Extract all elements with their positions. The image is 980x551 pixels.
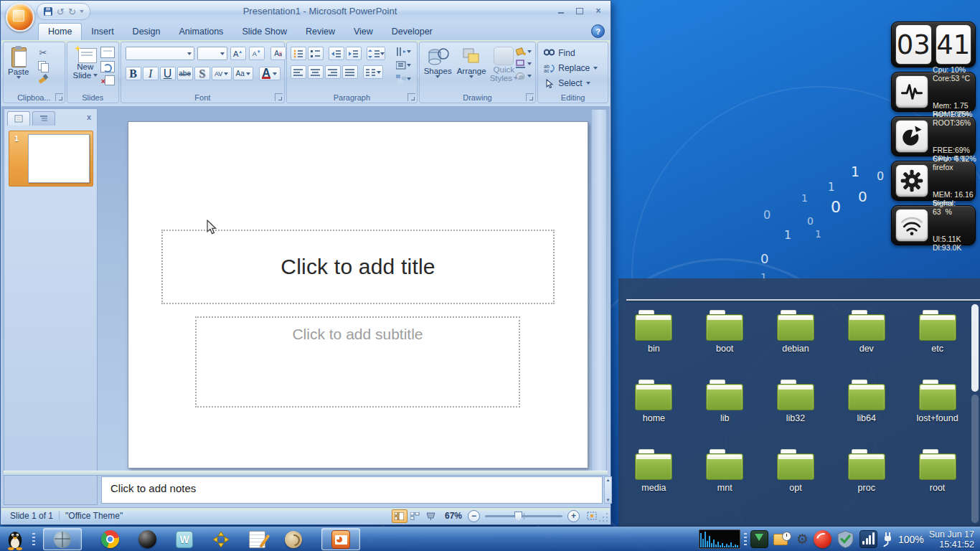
tray-settings-gear-icon[interactable]: ⚙ — [796, 532, 809, 546]
zoom-in-button[interactable]: + — [567, 510, 580, 522]
strikethrough-button[interactable]: abe — [177, 67, 193, 80]
line-spacing-icon[interactable] — [367, 47, 385, 60]
font-dialog-launcher-icon[interactable] — [275, 93, 283, 101]
smartart-icon[interactable] — [395, 73, 413, 85]
start-menu-tux-icon[interactable] — [4, 529, 26, 550]
notes-app-icon[interactable] — [249, 531, 265, 548]
slideshow-button[interactable] — [423, 509, 439, 523]
quick-styles-button[interactable]: Quick Styles — [490, 47, 518, 83]
tab-insert[interactable]: Insert — [82, 24, 123, 40]
clipboard-dialog-launcher-icon[interactable] — [55, 93, 63, 101]
launcher-file-manager[interactable] — [43, 528, 82, 550]
grow-font-icon[interactable]: A▲ — [230, 47, 246, 60]
bullets-icon[interactable] — [291, 47, 306, 60]
title-placeholder[interactable]: Click to add title — [161, 230, 555, 304]
taskbar-clock[interactable]: Sun Jun 17 15:41:52 — [929, 529, 976, 550]
fit-to-window-button[interactable] — [584, 509, 600, 523]
shape-fill-icon[interactable] — [516, 47, 532, 56]
scrollbar-track[interactable] — [971, 395, 979, 523]
clear-formatting-icon[interactable]: Aa — [270, 47, 286, 60]
save-icon[interactable] — [43, 6, 53, 17]
tab-slide-show[interactable]: Slide Show — [232, 24, 296, 40]
scroll-up-icon[interactable]: ▲ — [605, 477, 611, 483]
office-button[interactable] — [6, 3, 34, 32]
extract-arrows-icon[interactable] — [212, 531, 230, 548]
taskbar-powerpoint-task[interactable] — [321, 528, 360, 550]
slides-tab[interactable] — [7, 111, 30, 126]
justify-icon[interactable] — [342, 65, 358, 79]
tab-home[interactable]: Home — [38, 23, 82, 40]
tab-review[interactable]: Review — [296, 24, 344, 40]
shape-effects-icon[interactable] — [516, 72, 532, 80]
tab-developer[interactable]: Developer — [382, 24, 442, 40]
word-processor-icon[interactable]: W — [176, 531, 193, 548]
close-pane-icon[interactable]: x — [87, 111, 94, 126]
find-button[interactable]: Find — [544, 48, 598, 58]
chrome-icon[interactable] — [101, 530, 119, 548]
layout-icon[interactable] — [100, 47, 115, 58]
folder-item[interactable]: bin — [619, 310, 688, 354]
shell-app-icon[interactable] — [285, 531, 302, 548]
tray-red-swirl-icon[interactable] — [814, 530, 831, 548]
align-text-icon[interactable] — [395, 60, 413, 71]
launcher-handle[interactable] — [32, 533, 35, 546]
copy-icon[interactable] — [37, 61, 50, 71]
cut-icon[interactable]: ✂ — [37, 47, 50, 58]
new-slide-button[interactable]: New Slide — [70, 45, 100, 80]
shape-outline-icon[interactable] — [516, 60, 532, 68]
zoom-out-button[interactable]: − — [468, 510, 480, 522]
folder-item[interactable]: etc — [903, 310, 972, 354]
italic-button[interactable]: I — [143, 67, 159, 80]
font-name-combo[interactable] — [126, 47, 194, 60]
replace-button[interactable]: abac Replace — [544, 63, 598, 73]
select-button[interactable]: Select — [544, 78, 598, 88]
font-color-button[interactable]: A — [259, 67, 281, 80]
shrink-font-icon[interactable]: A▼ — [249, 47, 265, 60]
maximize-button[interactable] — [572, 6, 588, 17]
folder-item[interactable]: lib32 — [761, 380, 830, 423]
folder-item[interactable]: lib64 — [832, 380, 901, 423]
folder-item[interactable]: opt — [761, 449, 830, 493]
tray-handle[interactable] — [744, 533, 747, 546]
folder-item[interactable]: home — [619, 380, 688, 423]
delete-slide-icon[interactable]: × — [101, 75, 114, 85]
folder-item[interactable]: media — [619, 449, 688, 493]
tray-power-plug-icon[interactable] — [882, 532, 893, 547]
tab-view[interactable]: View — [344, 24, 382, 40]
scroll-down-icon[interactable]: ▼ — [605, 497, 611, 503]
increase-indent-icon[interactable] — [346, 47, 362, 60]
numbering-icon[interactable] — [308, 47, 324, 60]
tray-download-icon[interactable] — [750, 530, 768, 548]
align-left-icon[interactable] — [291, 65, 306, 79]
arrange-button[interactable]: Arrange — [457, 47, 486, 78]
paragraph-dialog-launcher-icon[interactable] — [407, 93, 415, 101]
undo-icon[interactable]: ↺ — [57, 7, 65, 17]
tab-animations[interactable]: Animations — [170, 24, 233, 40]
shapes-button[interactable]: Shapes — [424, 47, 452, 78]
title-bar[interactable]: ↺ ↻ Presentation1 - Microsoft PowerPoint… — [1, 1, 611, 22]
bold-button[interactable]: B — [126, 67, 141, 80]
folder-item[interactable]: boot — [690, 310, 759, 354]
columns-icon[interactable] — [363, 65, 383, 79]
paste-button[interactable]: Paste — [8, 46, 29, 79]
folder-item[interactable]: mnt — [690, 449, 759, 493]
drawing-dialog-launcher-icon[interactable] — [526, 93, 534, 101]
text-shadow-button[interactable]: S — [194, 67, 210, 80]
slide-thumbnail[interactable]: 1 — [9, 131, 93, 187]
tray-backup-icon[interactable] — [773, 532, 791, 547]
outline-tab[interactable] — [32, 111, 55, 126]
subtitle-placeholder[interactable]: Click to add subtitle — [195, 316, 520, 408]
resize-grip[interactable] — [598, 512, 608, 522]
decrease-indent-icon[interactable] — [329, 47, 344, 60]
text-direction-icon[interactable] — [395, 46, 413, 57]
folder-item[interactable]: lost+found — [903, 380, 972, 423]
slide-sorter-button[interactable] — [407, 509, 423, 523]
tray-signal-bars-icon[interactable] — [859, 530, 877, 548]
tab-design[interactable]: Design — [123, 24, 170, 40]
align-center-icon[interactable] — [308, 65, 324, 79]
notes-splitter[interactable] — [4, 471, 608, 476]
tray-shield-check-icon[interactable] — [837, 530, 854, 548]
zoom-slider[interactable] — [485, 515, 562, 517]
system-monitor-graph[interactable] — [699, 529, 740, 549]
align-right-icon[interactable] — [325, 65, 341, 79]
